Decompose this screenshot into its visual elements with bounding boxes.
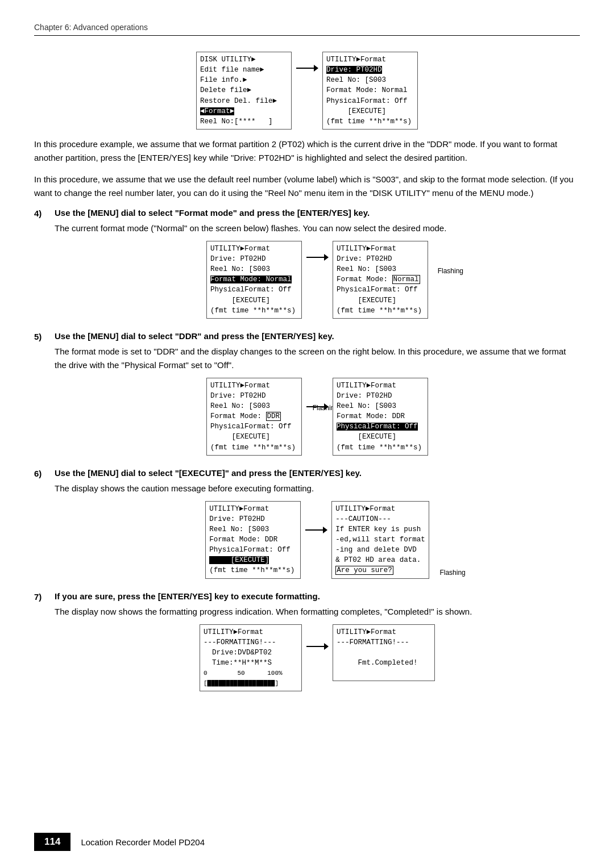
step-7: 7) If you are sure, press the [ENTER/YES… [34,591,580,692]
format-highlighted: ◄Format► [200,107,234,115]
progress-bar-area: 0 50 100% [██████████████████] [204,670,283,687]
step-7-arrow-line [306,646,328,647]
step-7-screen-left: UTILITY►Format ---FORMATTING!--- Drive:D… [200,624,302,692]
utility-format-screen-box-1: UTILITY►Format Drive: PT02HD Reel No: [S… [322,52,418,130]
step-5-number: 5) [34,331,45,341]
step-5-screen-left: UTILITY►Format Drive: PT02HD Reel No: [S… [206,378,302,456]
step-6: 6) Use the [MENU] dial to select "[EXECU… [34,468,580,579]
step-6-arrow [305,529,327,531]
step-6-screen-right: UTILITY►Format ---CAUTION--- If ENTER ke… [331,501,429,579]
step-5-header: 5) Use the [MENU] dial to select "DDR" a… [34,331,580,341]
step-6-screen-right-box: UTILITY►Format ---CAUTION--- If ENTER ke… [331,501,429,579]
step-6-title: Use the [MENU] dial to select "[EXECUTE]… [55,468,362,478]
step-6-header: 6) Use the [MENU] dial to select "[EXECU… [34,468,580,478]
step-5-screen-right-box: UTILITY►Format Drive: PT02HD Reel No: [S… [333,378,428,456]
step-5-arrow [306,406,328,407]
step-4-screen-right: UTILITY►Format Drive: PT02HD Reel No: [S… [333,241,428,319]
page-footer: 114 Location Recorder Model PD204 [0,833,614,851]
disk-utility-screen-box: DISK UTILITY► Edit file name► File info.… [196,52,292,130]
step-4-arrow [306,257,328,258]
step-6-flashing-label: Flashing [439,569,465,577]
chapter-header: Chapter 6: Advanced operations [34,23,580,32]
step-6-screens: UTILITY►Format Drive: PT02HD Reel No: [S… [55,501,580,579]
step-7-title: If you are sure, press the [ENTER/YES] k… [55,591,320,601]
step-6-body: The display shows the caution message be… [55,482,580,495]
step-7-screen-right-box: UTILITY►Format ---FORMATTING!--- Fmt.Com… [333,624,435,682]
arrow-1 [296,68,318,69]
footer-text: Location Recorder Model PD204 [81,837,205,847]
step-7-body: The display now shows the formatting pro… [55,605,580,619]
step-4-number: 4) [34,208,45,218]
step-7-header: 7) If you are sure, press the [ENTER/YES… [34,591,580,602]
execute-highlighted: [EXECUTE] [209,556,269,564]
disk-utility-screen: DISK UTILITY► Edit file name► File info.… [196,52,292,130]
step-7-screens: UTILITY►Format ---FORMATTING!--- Drive:D… [55,624,580,692]
step-4-screen-left-box: UTILITY►Format Drive: PT02HD Reel No: [S… [206,241,302,319]
step-5-title: Use the [MENU] dial to select "DDR" and … [55,331,334,341]
format-mode-normal-highlighted: Format Mode: Normal [210,276,292,283]
header-divider [34,35,580,36]
step-6-screen-left: UTILITY►Format Drive: PT02HD Reel No: [S… [205,501,301,579]
utility-format-screen-1: UTILITY►Format Drive: PT02HD Reel No: [S… [322,52,418,130]
page-number: 114 [34,833,70,851]
step-4-body: The current format mode ("Normal" on the… [55,222,580,235]
normal-bordered: Normal [392,275,420,284]
ddr-bordered: DDR [266,412,281,421]
step-5-screen-left-box: UTILITY►Format Drive: PT02HD Reel No: [S… [206,378,302,456]
arrow-line-1 [296,68,318,69]
step-4-title: Use the [MENU] dial to select "Format mo… [55,208,370,218]
intro-paragraph-1: In this procedure example, we assume tha… [34,137,580,165]
step-4-screens: UTILITY►Format Drive: PT02HD Reel No: [S… [55,241,580,319]
step-5-body: The format mode is set to "DDR" and the … [55,345,580,372]
are-you-sure-bordered: Are you sure? [335,566,393,575]
drive-highlighted: Drive: PT02HD [326,66,382,74]
step-6-screen-left-box: UTILITY►Format Drive: PT02HD Reel No: [S… [205,501,301,579]
physical-format-highlighted: PhysicalFormat: Off [337,423,418,431]
step-6-number: 6) [34,468,45,478]
step-5-screens: UTILITY►Format Drive: PT02HD Reel No: [S… [55,378,580,456]
step-4: 4) Use the [MENU] dial to select "Format… [34,208,580,319]
step-4-screen-left: UTILITY►Format Drive: PT02HD Reel No: [S… [206,241,302,319]
step-4-screen-right-box: UTILITY►Format Drive: PT02HD Reel No: [S… [333,241,428,319]
step-5-screen-right: UTILITY►Format Drive: PT02HD Reel No: [S… [333,378,428,456]
step-5-arrow-line [306,406,328,407]
intro-paragraph-2: In this procedure, we assume that we use… [34,173,580,200]
step-5: 5) Use the [MENU] dial to select "DDR" a… [34,331,580,456]
step-4-arrow-line [306,257,328,258]
step-4-flashing-label: Flashing [438,267,463,275]
step-7-screen-left-box: UTILITY►Format ---FORMATTING!--- Drive:D… [200,624,302,692]
step-4-header: 4) Use the [MENU] dial to select "Format… [34,208,580,218]
step-7-screen-right: UTILITY►Format ---FORMATTING!--- Fmt.Com… [333,624,435,682]
step-7-arrow [306,646,328,647]
step-7-number: 7) [34,591,45,602]
initial-screens-group: DISK UTILITY► Edit file name► File info.… [34,52,580,130]
step-6-arrow-line [305,529,327,531]
